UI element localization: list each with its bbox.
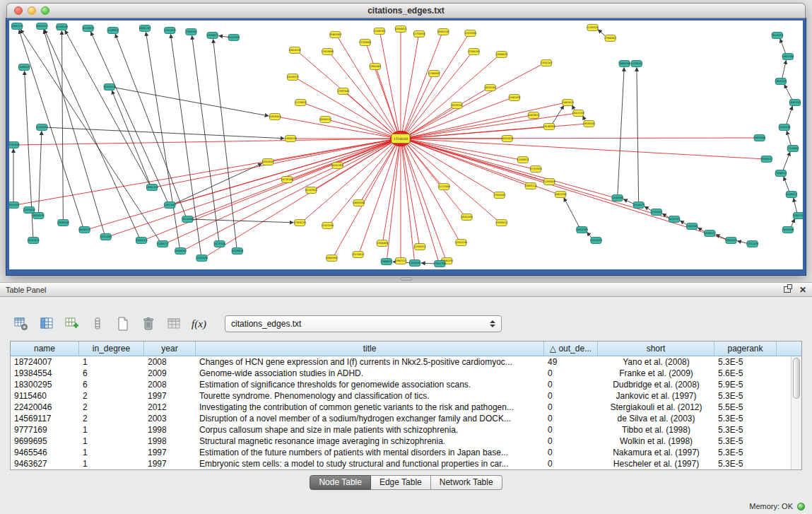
new-column-button[interactable]: [62, 315, 81, 334]
function-builder-button[interactable]: f(x): [189, 315, 208, 334]
graph-node[interactable]: 17940652: [604, 35, 616, 42]
graph-node[interactable]: 10283416: [28, 238, 40, 244]
graph-node[interactable]: 14625013: [36, 23, 48, 30]
graph-node[interactable]: 15234817: [352, 252, 364, 258]
citation-edge-black[interactable]: [637, 67, 639, 201]
citation-edge-red[interactable]: [407, 138, 755, 139]
float-panel-icon[interactable]: [784, 286, 791, 293]
citation-edge-black[interactable]: [44, 30, 105, 233]
graph-node[interactable]: 12325104: [322, 223, 334, 229]
graph-node[interactable]: 11265804: [543, 179, 555, 185]
citation-edge-black[interactable]: [552, 105, 563, 124]
graph-node[interactable]: 13461829: [562, 100, 574, 106]
citation-edge-red[interactable]: [380, 34, 399, 134]
graph-node[interactable]: 10230418: [103, 84, 115, 90]
graph-node[interactable]: 13705482: [650, 209, 662, 216]
graph-node[interactable]: 14828346: [686, 223, 698, 230]
graph-node[interactable]: 16420913: [527, 112, 539, 119]
graph-node[interactable]: 14775203: [213, 241, 225, 247]
graph-node[interactable]: 15792630: [9, 142, 20, 148]
graph-node[interactable]: 17854236: [294, 220, 306, 226]
citation-edge-black[interactable]: [564, 198, 579, 227]
citation-edge-red[interactable]: [347, 93, 396, 136]
citation-edge-red[interactable]: [407, 127, 544, 138]
citation-edge-red[interactable]: [404, 76, 432, 135]
graph-node[interactable]: 11512478: [746, 241, 758, 247]
column-header-in_degree[interactable]: in_degree: [79, 341, 144, 356]
graph-node[interactable]: 18540231: [319, 117, 331, 123]
citation-edge-red[interactable]: [407, 140, 726, 240]
graph-node[interactable]: 13758201: [630, 61, 642, 67]
graph-node[interactable]: 14586203: [583, 121, 595, 127]
graph-node[interactable]: 16024035: [501, 136, 513, 142]
citation-edge-red[interactable]: [407, 103, 563, 138]
graph-node[interactable]: 16584021: [394, 26, 406, 33]
graph-node[interactable]: 12583064: [611, 195, 623, 201]
column-header-name[interactable]: name: [11, 341, 79, 356]
citation-edge-black[interactable]: [19, 30, 83, 227]
network-window-titlebar[interactable]: citations_edges.txt: [6, 3, 806, 18]
table-row[interactable]: 977716911998Corpus callosum shape and si…: [11, 424, 801, 436]
citation-edge-black[interactable]: [787, 106, 793, 124]
graph-node[interactable]: 14669025: [18, 64, 30, 71]
graph-node[interactable]: 19660384: [353, 200, 365, 206]
citation-edge-black[interactable]: [114, 88, 269, 116]
graph-node[interactable]: 15898037: [380, 259, 392, 265]
citation-edge-black[interactable]: [623, 199, 634, 204]
graph-node[interactable]: 10148365: [543, 124, 555, 130]
graph-node[interactable]: 11354026: [36, 124, 48, 131]
table-row[interactable]: 946362711997Embryonic stem cells: a mode…: [11, 458, 801, 469]
citation-edge-black[interactable]: [112, 90, 150, 185]
graph-node[interactable]: 13599260: [57, 220, 69, 226]
graph-node[interactable]: 11459246: [408, 260, 420, 267]
graph-node[interactable]: 18462105: [437, 29, 449, 35]
graph-node[interactable]: 12160972: [517, 157, 529, 163]
graph-node[interactable]: 16003581: [789, 100, 801, 106]
citation-edge-black[interactable]: [782, 60, 787, 78]
citation-edge-black[interactable]: [618, 67, 624, 194]
import-table-button[interactable]: [164, 315, 183, 334]
graph-node[interactable]: 17604463: [376, 240, 388, 247]
citation-edge-red[interactable]: [407, 139, 531, 168]
graph-node[interactable]: 17086241: [468, 49, 480, 55]
graph-node[interactable]: 18024156: [289, 47, 301, 54]
graph-node[interactable]: 11618370: [590, 238, 602, 244]
citation-edge-black[interactable]: [61, 30, 63, 219]
graph-node[interactable]: 12688514: [775, 170, 787, 177]
graph-node[interactable]: 12684209: [285, 136, 297, 142]
graph-node[interactable]: 16962531: [394, 258, 406, 264]
graph-node[interactable]: 10197635: [305, 187, 317, 194]
graph-node[interactable]: 12476830: [23, 207, 35, 214]
table-row[interactable]: 969969511998Structural magnetic resonanc…: [11, 436, 801, 447]
citation-edge-black[interactable]: [47, 127, 284, 139]
graph-node[interactable]: 17021358: [434, 261, 446, 267]
citation-edge-black[interactable]: [737, 241, 747, 243]
graph-node[interactable]: 10442075: [775, 78, 787, 85]
graph-node[interactable]: 17293645: [359, 40, 371, 46]
citation-edge-black[interactable]: [90, 32, 167, 202]
graph-node[interactable]: 12340587: [428, 71, 440, 77]
tab-node-table[interactable]: Node Table: [310, 475, 371, 490]
citation-edge-red[interactable]: [367, 45, 399, 135]
delete-row-button[interactable]: [139, 315, 158, 334]
graph-node[interactable]: 11529368: [464, 30, 476, 37]
graph-node[interactable]: 16823740: [555, 192, 567, 198]
citation-edge-red[interactable]: [404, 36, 468, 136]
citation-edge-red[interactable]: [383, 142, 399, 240]
network-canvas[interactable]: 1724033160240351216097216055110175443821…: [9, 21, 803, 269]
graph-node[interactable]: 17902463: [369, 64, 381, 70]
graph-node[interactable]: 18163391: [461, 214, 473, 221]
graph-node[interactable]: 19214065: [182, 216, 194, 223]
graph-node[interactable]: 19320154: [771, 33, 783, 39]
citation-edge-black[interactable]: [645, 206, 652, 211]
graph-node[interactable]: 10186249: [56, 24, 68, 30]
graph-node[interactable]: 13801735: [792, 213, 803, 219]
graph-node[interactable]: 19160573: [78, 227, 90, 233]
citation-edge-red[interactable]: [402, 142, 419, 243]
citation-edge-red[interactable]: [192, 140, 395, 218]
graph-node[interactable]: 15748630: [82, 25, 94, 32]
graph-node[interactable]: 16249375: [287, 74, 299, 81]
citation-edge-black[interactable]: [791, 218, 794, 227]
select-columns-button[interactable]: [37, 315, 56, 334]
column-header-title[interactable]: title: [196, 341, 544, 356]
